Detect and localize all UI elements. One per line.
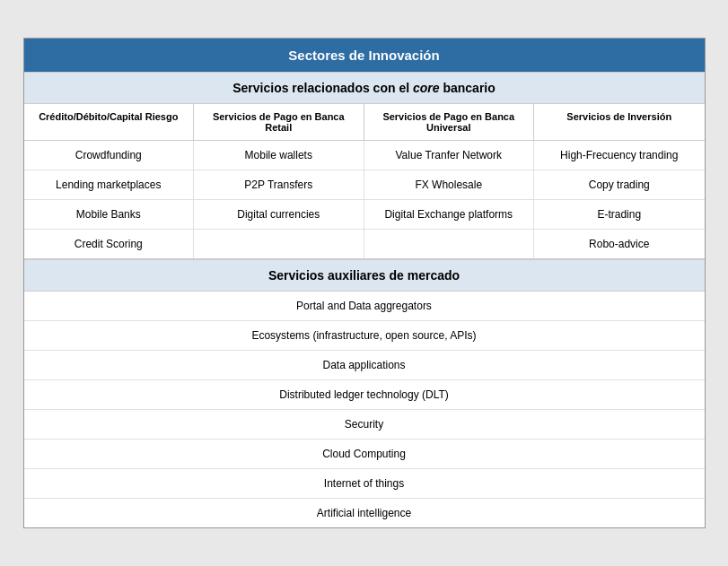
cell-0-2: Value Tranfer Network bbox=[364, 141, 535, 170]
col-header-1: Servicios de Pago en Banca Retail bbox=[194, 104, 364, 140]
table-row: Lending marketplaces P2P Transfers FX Wh… bbox=[24, 170, 705, 200]
main-container: Sectores de Innovación Servicios relacio… bbox=[23, 38, 706, 528]
cell-1-2: FX Wholesale bbox=[364, 170, 535, 199]
data-rows: Crowdfunding Mobile wallets Value Tranfe… bbox=[24, 141, 705, 259]
cell-3-2 bbox=[364, 230, 535, 258]
col-header-2: Servicios de Pago en Banca Universal bbox=[364, 104, 535, 140]
cell-2-0: Mobile Banks bbox=[24, 200, 195, 229]
table-row: Credit Scoring Robo-advice bbox=[24, 230, 705, 258]
section2-header: Servicios auxiliares de mercado bbox=[24, 259, 705, 292]
cell-2-2: Digital Exchange platforms bbox=[364, 200, 535, 229]
section1-italic: core bbox=[413, 81, 440, 95]
cell-2-1: Digital currencies bbox=[194, 200, 364, 229]
cell-0-0: Crowdfunding bbox=[24, 141, 195, 170]
section2-label: Servicios auxiliares de mercado bbox=[268, 268, 460, 283]
section1-header: Servicios relacionados con el core banca… bbox=[24, 72, 705, 104]
cell-3-3: Robo-advice bbox=[534, 230, 705, 258]
list-item: Portal and Data aggregators bbox=[24, 292, 705, 321]
cell-2-3: E-trading bbox=[534, 200, 705, 229]
list-item: Security bbox=[24, 410, 705, 440]
aux-rows: Portal and Data aggregators Ecosystems (… bbox=[24, 292, 705, 527]
cell-1-1: P2P Transfers bbox=[194, 170, 364, 199]
table-row: Crowdfunding Mobile wallets Value Tranfe… bbox=[24, 141, 705, 170]
main-title: Sectores de Innovación bbox=[24, 39, 705, 72]
list-item: Internet of things bbox=[24, 469, 705, 499]
list-item: Artificial intelligence bbox=[24, 499, 705, 527]
title-text: Sectores de Innovación bbox=[288, 48, 439, 63]
list-item: Distributed ledger technology (DLT) bbox=[24, 380, 705, 410]
cell-1-3: Copy trading bbox=[534, 170, 705, 199]
section1-text1: Servicios relacionados con el bbox=[232, 81, 413, 95]
col-header-0: Crédito/Débito/Capital Riesgo bbox=[24, 104, 195, 140]
list-item: Ecosystems (infrastructure, open source,… bbox=[24, 321, 705, 351]
table-row: Mobile Banks Digital currencies Digital … bbox=[24, 200, 705, 230]
cell-1-0: Lending marketplaces bbox=[24, 170, 195, 199]
cell-3-1 bbox=[194, 230, 364, 258]
cell-0-3: High-Frecuency tranding bbox=[534, 141, 705, 170]
list-item: Data applications bbox=[24, 351, 705, 380]
col-header-3: Servicios de Inversión bbox=[534, 104, 705, 140]
list-item: Cloud Computing bbox=[24, 440, 705, 469]
section1-text2: bancario bbox=[440, 81, 496, 95]
cell-0-1: Mobile wallets bbox=[194, 141, 364, 170]
col-headers-row: Crédito/Débito/Capital Riesgo Servicios … bbox=[24, 104, 705, 141]
cell-3-0: Credit Scoring bbox=[24, 230, 195, 258]
section1-label: Servicios relacionados con el core banca… bbox=[232, 81, 496, 95]
